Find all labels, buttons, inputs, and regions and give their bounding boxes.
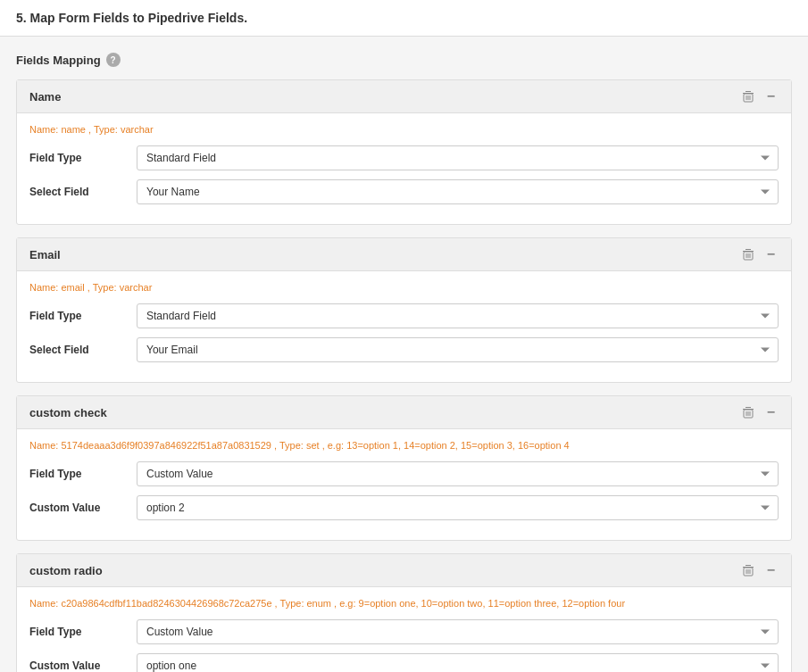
collapse-button-email-card[interactable]: − [763,245,779,263]
form-label-name-card-0: Field Type [29,152,137,164]
form-label-email-card-1: Select Field [29,344,137,356]
form-row-email-card-1: Select FieldYour EmailEmail Address [29,337,779,362]
form-control-custom-check-card-0: Standard FieldCustom Value [137,461,779,486]
form-label-name-card-1: Select Field [29,186,137,198]
mapping-card-custom-check-card: custom check−Name: 5174deaaa3d6f9f0397a8… [16,395,792,541]
card-header-email-card: Email− [17,238,791,271]
form-row-name-card-1: Select FieldYour NameFull Name [29,179,779,204]
svg-rect-19 [746,565,751,566]
form-control-custom-radio-card-1: option oneoption twooption threeoption f… [137,653,779,672]
field-info-email-card: Name: email , Type: varchar [29,282,779,293]
form-control-custom-radio-card-0: Standard FieldCustom Value [137,619,779,644]
card-body-custom-check-card: Name: 5174deaaa3d6f9f0397a846922f51a87a0… [17,429,791,540]
select-name-field-type[interactable]: Standard FieldCustom Value [137,145,779,170]
card-header-custom-check-card: custom check− [17,396,791,429]
delete-button-name-card[interactable] [738,88,758,104]
select-name-select-field[interactable]: Your NameFull Name [137,179,779,204]
card-actions-name-card: − [738,87,779,105]
minus-icon: − [767,247,775,261]
form-control-name-card-0: Standard FieldCustom Value [137,145,779,170]
form-control-custom-check-card-1: option 1option 2option 3option 4 [137,495,779,520]
card-title-custom-radio-card: custom radio [29,564,103,577]
delete-button-custom-radio-card[interactable] [738,562,758,578]
delete-button-custom-check-card[interactable] [738,404,758,420]
mapping-card-email-card: Email−Name: email , Type: varcharField T… [16,237,792,383]
form-control-email-card-0: Standard FieldCustom Value [137,303,779,328]
form-row-custom-radio-card-1: Custom Valueoption oneoption twooption t… [29,653,779,672]
card-actions-custom-check-card: − [738,403,779,421]
help-icon[interactable]: ? [106,53,121,67]
form-label-custom-check-card-1: Custom Value [29,502,137,514]
form-row-custom-radio-card-0: Field TypeStandard FieldCustom Value [29,619,779,644]
card-body-custom-radio-card: Name: c20a9864cdfbf11bad8246304426968c72… [17,587,791,672]
collapse-button-custom-radio-card[interactable]: − [763,561,779,579]
mapping-card-custom-radio-card: custom radio−Name: c20a9864cdfbf11bad824… [16,553,792,672]
form-row-email-card-0: Field TypeStandard FieldCustom Value [29,303,779,328]
card-body-name-card: Name: name , Type: varcharField TypeStan… [17,113,791,224]
card-actions-custom-radio-card: − [738,561,779,579]
field-info-name-card: Name: name , Type: varchar [29,124,779,135]
collapse-button-custom-check-card[interactable]: − [763,403,779,421]
svg-rect-7 [746,249,751,250]
fields-mapping-header: Fields Mapping ? [16,53,792,67]
card-title-email-card: Email [29,248,61,261]
card-title-custom-check-card: custom check [29,406,107,419]
form-row-name-card-0: Field TypeStandard FieldCustom Value [29,145,779,170]
select-check-field-type[interactable]: Standard FieldCustom Value [137,461,779,486]
form-row-custom-check-card-0: Field TypeStandard FieldCustom Value [29,461,779,486]
select-radio-custom-value[interactable]: option oneoption twooption threeoption f… [137,653,779,672]
form-label-email-card-0: Field Type [29,310,137,322]
card-title-name-card: Name [29,90,61,104]
field-info-custom-radio-card: Name: c20a9864cdfbf11bad8246304426968c72… [29,598,779,609]
fields-mapping-label: Fields Mapping [16,54,101,67]
minus-icon: − [767,89,775,104]
form-label-custom-radio-card-1: Custom Value [29,660,137,672]
form-row-custom-check-card-1: Custom Valueoption 1option 2option 3opti… [29,495,779,520]
svg-rect-13 [746,407,751,408]
card-header-name-card: Name− [17,80,791,113]
form-label-custom-radio-card-0: Field Type [29,626,137,638]
form-control-email-card-1: Your EmailEmail Address [137,337,779,362]
form-control-name-card-1: Your NameFull Name [137,179,779,204]
delete-button-email-card[interactable] [738,246,758,262]
minus-icon: − [767,405,775,419]
page-header: 5. Map Form Fields to Pipedrive Fields. [0,0,808,37]
field-info-custom-check-card: Name: 5174deaaa3d6f9f0397a846922f51a87a0… [29,440,779,451]
select-email-field-type[interactable]: Standard FieldCustom Value [137,303,779,328]
card-actions-email-card: − [738,245,779,263]
mapping-card-name-card: Name−Name: name , Type: varcharField Typ… [16,79,792,225]
minus-icon: − [767,563,775,577]
select-radio-field-type[interactable]: Standard FieldCustom Value [137,619,779,644]
card-header-custom-radio-card: custom radio− [17,554,791,587]
select-email-select-field[interactable]: Your EmailEmail Address [137,337,779,362]
cards-container: Name−Name: name , Type: varcharField Typ… [16,79,792,672]
page-content: Fields Mapping ? Name−Name: name , Type:… [0,37,808,672]
page-title: 5. Map Form Fields to Pipedrive Fields. [16,11,247,25]
select-check-custom-value[interactable]: option 1option 2option 3option 4 [137,495,779,520]
collapse-button-name-card[interactable]: − [763,87,779,105]
svg-rect-1 [746,91,751,92]
card-body-email-card: Name: email , Type: varcharField TypeSta… [17,271,791,382]
form-label-custom-check-card-0: Field Type [29,468,137,480]
